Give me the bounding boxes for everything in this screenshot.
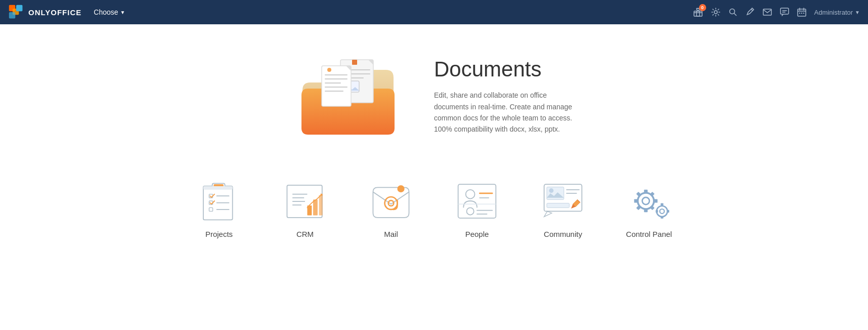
documents-hero: Documents Edit, share and collaborate on… xyxy=(206,45,662,148)
module-crm[interactable]: CRM xyxy=(277,178,333,238)
community-label: Community xyxy=(544,230,582,238)
svg-rect-44 xyxy=(313,199,318,215)
svg-rect-66 xyxy=(644,190,647,193)
navbar-right: 0 xyxy=(693,7,860,17)
crm-icon xyxy=(277,178,333,224)
control-panel-icon xyxy=(621,178,677,224)
svg-rect-3 xyxy=(9,12,15,18)
search-icon[interactable] xyxy=(728,8,737,17)
svg-rect-9 xyxy=(780,8,789,14)
module-control-panel[interactable]: Control Panel xyxy=(621,178,677,238)
svg-rect-13 xyxy=(803,13,804,14)
svg-rect-79 xyxy=(667,210,669,213)
module-projects[interactable]: Projects xyxy=(191,178,247,238)
gift-badge: 0 xyxy=(699,4,706,11)
module-mail[interactable]: Mail xyxy=(363,178,419,238)
svg-rect-78 xyxy=(656,210,658,213)
chevron-down-icon: ▼ xyxy=(120,10,125,15)
logo: ONLYOFFICE xyxy=(8,4,81,20)
svg-rect-2 xyxy=(16,5,22,11)
svg-rect-69 xyxy=(654,199,658,202)
people-label: People xyxy=(465,230,489,238)
svg-rect-31 xyxy=(203,186,233,190)
svg-rect-45 xyxy=(319,195,323,215)
mail-label: Mail xyxy=(384,230,398,238)
svg-rect-67 xyxy=(644,209,647,212)
svg-rect-21 xyxy=(322,66,351,106)
projects-icon xyxy=(191,178,247,224)
svg-rect-76 xyxy=(661,203,663,205)
svg-rect-68 xyxy=(634,199,638,202)
chat-icon[interactable] xyxy=(780,8,789,17)
hero-description: Edit, share and collaborate on office do… xyxy=(434,90,576,135)
control-panel-label: Control Panel xyxy=(626,230,672,238)
svg-point-75 xyxy=(660,209,664,214)
svg-point-74 xyxy=(657,206,667,217)
calendar-icon[interactable] xyxy=(797,8,806,17)
mail-module-icon xyxy=(363,178,419,224)
admin-chevron-icon: ▼ xyxy=(855,10,860,15)
admin-button[interactable]: Administrator ▼ xyxy=(814,9,860,16)
hero-text: Documents Edit, share and collaborate on… xyxy=(434,57,576,135)
pen-icon[interactable] xyxy=(746,8,755,17)
svg-point-65 xyxy=(642,197,649,204)
community-icon xyxy=(535,178,591,224)
svg-rect-15 xyxy=(352,60,357,65)
svg-rect-11 xyxy=(799,13,800,14)
mail-icon[interactable] xyxy=(763,8,772,17)
svg-rect-49 xyxy=(458,184,496,218)
svg-point-48 xyxy=(397,185,404,192)
logo-text: ONLYOFFICE xyxy=(28,8,81,17)
svg-rect-5 xyxy=(697,11,700,16)
people-icon xyxy=(449,178,505,224)
module-people[interactable]: People xyxy=(449,178,505,238)
svg-point-59 xyxy=(549,188,553,193)
svg-rect-12 xyxy=(801,13,802,14)
module-community[interactable]: Community xyxy=(535,178,591,238)
choose-button[interactable]: Choose ▼ xyxy=(90,6,129,18)
crm-label: CRM xyxy=(296,230,314,238)
main-content: Documents Edit, share and collaborate on… xyxy=(0,24,868,254)
navbar: ONLYOFFICE Choose ▼ 0 xyxy=(0,0,868,24)
svg-rect-8 xyxy=(763,9,771,15)
svg-rect-62 xyxy=(547,203,569,208)
documents-icon xyxy=(292,45,404,148)
logo-icon xyxy=(8,4,24,20)
svg-point-27 xyxy=(327,68,331,72)
gift-icon[interactable]: 0 xyxy=(693,7,703,17)
svg-point-6 xyxy=(714,11,717,14)
svg-rect-77 xyxy=(661,216,663,218)
svg-rect-36 xyxy=(209,208,212,211)
navbar-left: ONLYOFFICE Choose ▼ xyxy=(8,4,129,20)
projects-label: Projects xyxy=(205,230,233,238)
svg-rect-4 xyxy=(694,11,702,16)
modules-row: Projects xyxy=(191,178,677,238)
settings-icon[interactable] xyxy=(711,8,720,17)
hero-title: Documents xyxy=(434,57,576,81)
